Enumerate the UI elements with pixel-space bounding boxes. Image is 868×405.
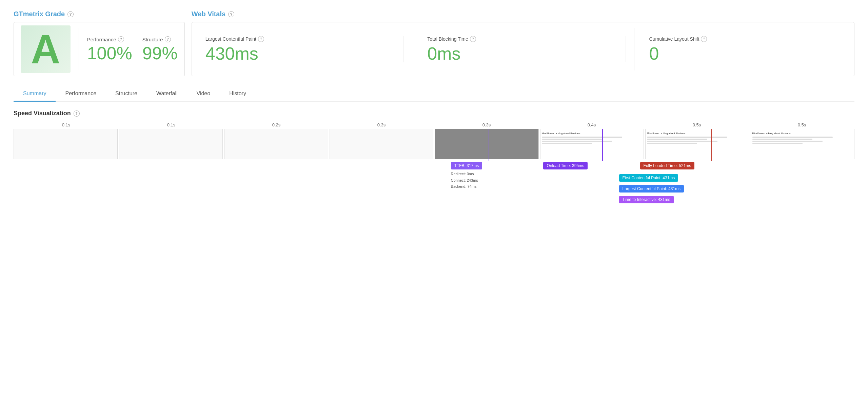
timeline-labels: 0.1s 0.1s 0.2s 0.3s 0.3s 0.4s 0.5s 0.5s [14,122,854,127]
gtmetrix-title-text: GTmetrix Grade [14,10,65,18]
speed-viz-help-icon[interactable]: ? [74,110,80,117]
structure-value: 99% [142,44,178,62]
tab-video[interactable]: Video [187,86,220,102]
timeline-container: 0.1s 0.1s 0.2s 0.3s 0.3s 0.4s 0.5s 0.5s [14,122,854,216]
performance-label: Performance ? [87,36,132,42]
gtmetrix-title: GTmetrix Grade ? [14,10,185,18]
frame-4 [435,129,539,159]
divider-3 [634,28,634,70]
ttfb-label: TTFB: 317ms [451,162,482,169]
performance-metric: Performance ? 100% [87,36,132,62]
fcp-label: First Contentful Paint: 431ms [619,174,678,182]
tl-3: 0.3s [329,122,434,127]
frame-5: Mindflower: a blog about illusions. [540,129,644,159]
top-sections: GTmetrix Grade ? A Performance ? 100% St… [14,10,854,76]
frame-2 [224,129,328,159]
tbt-value: 0ms [427,45,618,62]
ttfb-line [489,129,489,161]
frame-3 [330,129,434,159]
tab-history[interactable]: History [220,86,256,102]
performance-help-icon[interactable]: ? [118,36,124,42]
tl-5: 0.4s [539,122,644,127]
grade-metrics: Performance ? 100% Structure ? 99% [87,36,178,62]
annotations-inner: TTFB: 317ms Redirect: 0ms Connect: 243ms… [14,162,854,216]
tl-4: 0.3s [434,122,539,127]
frame-5-content: Mindflower: a blog about illusions. [542,132,643,145]
frame-6-content: Mindflower: a blog about illusions. [647,132,748,145]
fcp-annotation: First Contentful Paint: 431ms [619,174,678,182]
ttfb-details: Redirect: 0ms Connect: 243ms Backend: 74… [451,171,482,190]
ttfb-backend: Backend: 74ms [451,183,482,190]
tti-annotation: Time to Interactive: 431ms [619,196,674,203]
lcp-metric: Largest Contentful Paint ? 430ms [199,36,404,62]
web-vitals-section: Web Vitals ? Largest Contentful Paint ? … [192,10,854,76]
ttfb-redirect: Redirect: 0ms [451,171,482,177]
structure-metric: Structure ? 99% [142,36,178,62]
frames-row: Mindflower: a blog about illusions. Mind… [14,129,854,159]
tl-0: 0.1s [14,122,119,127]
web-vitals-help-icon[interactable]: ? [228,11,234,17]
speed-viz-title: Speed Visualization ? [14,110,854,117]
frame-7-content: Mindflower: a blog about illusions. [752,132,853,145]
cls-help-icon[interactable]: ? [701,36,707,42]
web-vitals-block: Largest Contentful Paint ? 430ms Total B… [192,22,854,76]
tl-6: 0.5s [644,122,749,127]
tab-performance[interactable]: Performance [56,86,106,102]
lcp-ann-label: Largest Contentful Paint: 431ms [619,185,684,193]
tbt-label: Total Blocking Time ? [427,36,618,42]
grade-letter: A [21,25,71,73]
tl-2: 0.2s [224,122,329,127]
fully-loaded-line [711,129,712,161]
structure-label: Structure ? [142,36,178,42]
tabs-container: Summary Performance Structure Waterfall … [14,86,854,102]
performance-value: 100% [87,44,132,62]
cls-value: 0 [649,45,841,62]
lcp-help-icon[interactable]: ? [258,36,264,42]
web-vitals-title-text: Web Vitals [192,10,225,18]
fully-loaded-label: Fully Loaded Time: 521ms [640,162,695,169]
frame-0 [14,129,118,159]
lcp-label: Largest Contentful Paint ? [205,36,397,42]
cls-label: Cumulative Layout Shift ? [649,36,841,42]
tabs: Summary Performance Structure Waterfall … [14,86,854,101]
tab-summary[interactable]: Summary [14,86,56,102]
frame-1 [119,129,223,159]
tbt-help-icon[interactable]: ? [470,36,476,42]
gtmetrix-grade-section: GTmetrix Grade ? A Performance ? 100% St… [14,10,185,76]
gtmetrix-help-icon[interactable]: ? [67,11,74,17]
onload-annotation: Onload Time: 395ms [543,162,588,169]
tl-7: 0.5s [749,122,854,127]
tl-1: 0.1s [119,122,224,127]
lcp-annotation: Largest Contentful Paint: 431ms [619,185,684,193]
lcp-value: 430ms [205,45,397,62]
fully-loaded-annotation: Fully Loaded Time: 521ms [640,162,695,169]
tab-waterfall[interactable]: Waterfall [147,86,187,102]
divider-1 [79,28,79,70]
tab-structure[interactable]: Structure [106,86,147,102]
frame-7: Mindflower: a blog about illusions. [751,129,855,159]
ttfb-annotation: TTFB: 317ms Redirect: 0ms Connect: 243ms… [451,162,482,190]
onload-label: Onload Time: 395ms [543,162,588,169]
divider-2 [412,28,412,70]
tbt-metric: Total Blocking Time ? 0ms [420,36,626,62]
frame-6: Mindflower: a blog about illusions. [645,129,749,159]
onload-line [602,129,603,161]
gtmetrix-block: A Performance ? 100% Structure ? 99% [14,22,185,76]
speed-viz-section: Speed Visualization ? 0.1s 0.1s 0.2s 0.3… [14,110,854,216]
ttfb-connect: Connect: 243ms [451,177,482,184]
web-vitals-title: Web Vitals ? [192,10,854,18]
cls-metric: Cumulative Layout Shift ? 0 [643,36,847,62]
structure-help-icon[interactable]: ? [165,36,171,42]
tti-label: Time to Interactive: 431ms [619,196,674,203]
